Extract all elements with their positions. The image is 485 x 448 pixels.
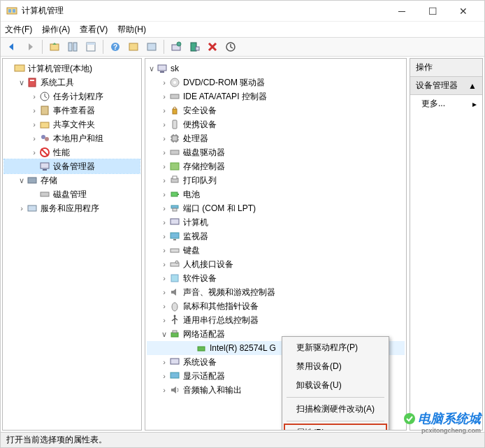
tree-system-tools[interactable]: ∨系统工具 bbox=[4, 75, 140, 89]
device-dvd[interactable]: ›DVD/CD-ROM 驱动器 bbox=[147, 75, 405, 89]
menu-action[interactable]: 操作(A) bbox=[42, 24, 70, 36]
device-disk[interactable]: ›磁盘驱动器 bbox=[147, 145, 405, 159]
svg-rect-1 bbox=[8, 9, 11, 13]
tree-disk-mgmt[interactable]: 磁盘管理 bbox=[4, 187, 140, 201]
toolbar-btn-3[interactable] bbox=[82, 38, 99, 55]
svg-rect-43 bbox=[171, 192, 178, 196]
svg-rect-7 bbox=[87, 43, 95, 45]
tree-task-scheduler[interactable]: ›任务计划程序 bbox=[4, 89, 140, 103]
context-disable-device[interactable]: 禁用设备(D) bbox=[284, 357, 387, 376]
device-software[interactable]: ›软件设备 bbox=[147, 271, 405, 285]
device-cpu[interactable]: ›处理器 bbox=[147, 131, 405, 145]
svg-point-13 bbox=[177, 42, 181, 46]
toolbar-btn-6[interactable] bbox=[143, 38, 160, 55]
device-keyboard[interactable]: ›键盘 bbox=[147, 243, 405, 257]
title-bar: 计算机管理 ─ ☐ ✕ bbox=[1, 1, 484, 22]
device-computer[interactable]: ›计算机 bbox=[147, 215, 405, 229]
svg-rect-50 bbox=[171, 249, 179, 252]
device-monitor[interactable]: ›监视器 bbox=[147, 229, 405, 243]
svg-rect-46 bbox=[173, 208, 177, 211]
menu-help[interactable]: 帮助(H) bbox=[117, 24, 146, 36]
menu-file[interactable]: 文件(F) bbox=[5, 24, 32, 36]
device-battery[interactable]: ›电池 bbox=[147, 187, 405, 201]
toolbar-btn-2[interactable] bbox=[64, 38, 81, 55]
actions-title: 操作 bbox=[410, 59, 482, 77]
toolbar: ? bbox=[1, 37, 484, 57]
device-root[interactable]: ∨sk bbox=[147, 62, 405, 75]
maximize-button[interactable]: ☐ bbox=[417, 1, 448, 21]
svg-rect-59 bbox=[171, 359, 179, 364]
menu-bar: 文件(F) 操作(A) 查看(V) 帮助(H) bbox=[1, 22, 484, 37]
svg-rect-11 bbox=[147, 43, 156, 50]
collapse-arrow-icon: ▲ bbox=[468, 81, 477, 91]
up-button[interactable] bbox=[46, 38, 63, 55]
svg-rect-42 bbox=[173, 176, 177, 179]
menu-view[interactable]: 查看(V) bbox=[80, 24, 108, 36]
app-icon bbox=[6, 6, 17, 17]
device-security[interactable]: ›安全设备 bbox=[147, 103, 405, 117]
status-text: 打开当前选择项的属性表。 bbox=[6, 434, 107, 446]
svg-point-34 bbox=[173, 81, 176, 84]
svg-rect-44 bbox=[178, 194, 179, 195]
device-ports[interactable]: ›端口 (COM 和 LPT) bbox=[147, 201, 405, 215]
arrow-right-icon: ▸ bbox=[472, 99, 477, 109]
update-driver-button[interactable] bbox=[222, 38, 239, 55]
svg-rect-53 bbox=[171, 275, 178, 282]
svg-point-23 bbox=[41, 135, 45, 139]
svg-rect-3 bbox=[50, 44, 59, 50]
toolbar-btn-8[interactable] bbox=[186, 38, 203, 55]
svg-point-54 bbox=[172, 303, 178, 311]
device-portable[interactable]: ›便携设备 bbox=[147, 117, 405, 131]
svg-rect-19 bbox=[30, 80, 34, 81]
svg-rect-60 bbox=[171, 373, 179, 378]
actions-more[interactable]: 更多... ▸ bbox=[410, 95, 482, 113]
back-button[interactable] bbox=[3, 38, 20, 55]
svg-rect-45 bbox=[171, 205, 178, 208]
svg-rect-39 bbox=[171, 150, 179, 154]
svg-rect-18 bbox=[29, 78, 36, 87]
svg-rect-49 bbox=[173, 239, 176, 240]
tree-event-viewer[interactable]: ›事件查看器 bbox=[4, 103, 140, 117]
tree-shared-folders[interactable]: ›共享文件夹 bbox=[4, 117, 140, 131]
device-mouse[interactable]: ›鼠标和其他指针设备 bbox=[147, 299, 405, 313]
svg-rect-15 bbox=[196, 47, 199, 50]
scan-hardware-button[interactable] bbox=[168, 38, 184, 55]
left-tree-panel: 计算机管理(本地) ∨系统工具 ›任务计划程序 ›事件查看器 ›共享文件夹 ›本… bbox=[2, 58, 142, 431]
svg-rect-48 bbox=[171, 233, 179, 238]
device-usb[interactable]: ›通用串行总线控制器 bbox=[147, 313, 405, 327]
context-uninstall-device[interactable]: 卸载设备(U) bbox=[284, 376, 387, 395]
svg-rect-56 bbox=[171, 333, 178, 337]
tree-services[interactable]: ›服务和应用程序 bbox=[4, 201, 140, 215]
tree-local-users[interactable]: ›本地用户和组 bbox=[4, 131, 140, 145]
tree-performance[interactable]: ›性能 bbox=[4, 145, 140, 159]
help-button[interactable]: ? bbox=[107, 38, 124, 55]
svg-rect-17 bbox=[15, 65, 24, 71]
context-scan-hardware[interactable]: 扫描检测硬件改动(A) bbox=[284, 400, 387, 419]
svg-rect-5 bbox=[73, 43, 77, 51]
forward-button[interactable] bbox=[22, 38, 38, 55]
svg-rect-21 bbox=[41, 106, 48, 115]
actions-section[interactable]: 设备管理器 ▲ bbox=[410, 77, 482, 95]
context-properties[interactable]: 属性(R) bbox=[284, 424, 387, 431]
svg-point-55 bbox=[174, 315, 176, 317]
device-print-queue[interactable]: ›打印队列 bbox=[147, 173, 405, 187]
tree-device-manager[interactable]: 设备管理器 bbox=[4, 159, 140, 173]
svg-rect-35 bbox=[171, 94, 179, 99]
close-button[interactable]: ✕ bbox=[448, 1, 479, 21]
svg-rect-37 bbox=[173, 120, 177, 129]
device-storage-ctrl[interactable]: ›存储控制器 bbox=[147, 159, 405, 173]
device-ide[interactable]: ›IDE ATA/ATAPI 控制器 bbox=[147, 89, 405, 103]
tree-root[interactable]: 计算机管理(本地) bbox=[4, 62, 140, 75]
disable-button[interactable] bbox=[204, 38, 221, 55]
svg-rect-36 bbox=[173, 109, 177, 114]
context-update-driver[interactable]: 更新驱动程序(P) bbox=[284, 338, 387, 357]
svg-rect-31 bbox=[158, 65, 166, 71]
status-bar: 打开当前选择项的属性表。 bbox=[1, 432, 484, 447]
device-sound[interactable]: ›声音、视频和游戏控制器 bbox=[147, 285, 405, 299]
svg-rect-32 bbox=[160, 71, 164, 73]
svg-rect-57 bbox=[173, 331, 177, 333]
tree-storage[interactable]: ∨存储 bbox=[4, 173, 140, 187]
toolbar-btn-5[interactable] bbox=[125, 38, 142, 55]
device-hid[interactable]: ›人机接口设备 bbox=[147, 257, 405, 271]
minimize-button[interactable]: ─ bbox=[386, 1, 417, 21]
